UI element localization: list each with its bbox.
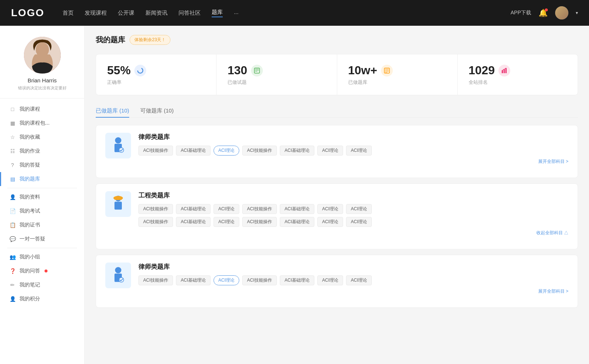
tag-lawyer-1-6[interactable]: ACI理论: [346, 146, 372, 156]
profile-name: Brian Harris: [7, 77, 77, 83]
tag-lawyer-1-2[interactable]: ACI理论: [214, 146, 239, 156]
sidebar-item-label: 我的资料: [20, 194, 40, 200]
tag-lawyer-1-1[interactable]: ACI基础理论: [176, 146, 211, 156]
sidebar-item-questions[interactable]: ❓ 我的问答: [0, 264, 84, 278]
stat-top-ranking: 1029: [469, 64, 567, 77]
sidebar-item-question-bank[interactable]: ▤ 我的题库: [0, 172, 84, 186]
tag-eng2-0[interactable]: ACI技能操作: [138, 217, 173, 227]
certificates-icon: 📋: [9, 222, 16, 228]
tag-eng2-3[interactable]: ACI技能操作: [242, 217, 277, 227]
tag-lawyer-1-3[interactable]: ACI技能操作: [242, 146, 277, 156]
svg-rect-4: [254, 68, 260, 73]
favorites-icon: ☆: [9, 134, 16, 140]
sidebar-item-groups[interactable]: 👥 我的小组: [0, 250, 84, 264]
bank-title-lawyer-2: 律师类题库: [138, 263, 568, 271]
user-avatar-nav[interactable]: [555, 6, 568, 19]
tag-eng-5[interactable]: ACI理论: [317, 204, 343, 214]
bank-title-engineer: 工程类题库: [138, 191, 568, 200]
nav-home[interactable]: 首页: [63, 10, 74, 17]
tag-eng2-6[interactable]: ACI理论: [346, 217, 372, 227]
stat-icon-questions-done: [251, 65, 263, 76]
profile-icon: 👤: [9, 194, 16, 200]
tab-available-banks[interactable]: 可做题库 (10): [140, 104, 174, 117]
svg-rect-17: [117, 196, 120, 198]
bank-icon-engineer: [105, 191, 131, 217]
tag-row-lawyer-1: ACI技能操作 ACI基础理论 ACI理论 ACI技能操作 ACI基础理论 AC…: [138, 146, 568, 156]
tag-eng-0[interactable]: ACI技能操作: [138, 204, 173, 214]
svg-point-9: [115, 137, 121, 143]
nav-qa[interactable]: 问答社区: [179, 10, 201, 17]
sidebar-profile: Brian Harris 错误的决定比没有决定要好: [0, 37, 84, 99]
bank-card-lawyer-2: 律师类题库 ACI技能操作 ACI基础理论 ACI理论 ACI技能操作 ACI基…: [96, 255, 578, 308]
tag-eng2-1[interactable]: ACI基础理论: [176, 217, 211, 227]
bank-card-header-engineer: 工程类题库 ACI技能操作 ACI基础理论 ACI理论 ACI技能操作 ACI基…: [105, 191, 568, 236]
sidebar-item-course-packages[interactable]: ▦ 我的课程包...: [0, 116, 84, 130]
profile-motto: 错误的决定比没有决定要好: [7, 85, 77, 91]
tag-lawyer2-4[interactable]: ACI基础理论: [280, 275, 314, 285]
course-packages-icon: ▦: [9, 120, 16, 126]
notification-bell-icon[interactable]: 🔔: [539, 8, 548, 17]
sidebar-item-label: 我的题库: [20, 176, 40, 182]
nav-discover[interactable]: 发现课程: [85, 10, 107, 17]
page-title: 我的题库: [96, 35, 125, 45]
svg-rect-16: [114, 199, 122, 200]
sidebar-item-favorites[interactable]: ☆ 我的收藏: [0, 130, 84, 144]
avatar: [24, 37, 61, 74]
stat-top-banks-done: 10w+: [348, 64, 446, 77]
expand-lawyer-1[interactable]: 展开全部科目 >: [138, 158, 568, 165]
stat-value-banks-done: 10w+: [348, 64, 377, 77]
tag-eng-2[interactable]: ACI理论: [214, 204, 239, 214]
tag-lawyer2-2[interactable]: ACI理论: [214, 275, 239, 285]
page-header: 我的题库 体验剩余23天！: [96, 35, 578, 45]
tag-eng2-5[interactable]: ACI理论: [317, 217, 343, 227]
sidebar-item-label: 我的课程: [20, 106, 40, 113]
bank-card-header-lawyer-1: 律师类题库 ACI技能操作 ACI基础理论 ACI理论 ACI技能操作 ACI基…: [105, 133, 568, 165]
nav-opencourse[interactable]: 公开课: [118, 10, 134, 17]
nav-news[interactable]: 新闻资讯: [145, 10, 167, 17]
sidebar-item-label: 我的小组: [20, 254, 40, 260]
exams-icon: 📄: [9, 208, 16, 214]
sidebar-item-notes[interactable]: ✏ 我的笔记: [0, 278, 84, 292]
tag-eng-6[interactable]: ACI理论: [346, 204, 372, 214]
questions-icon: ❓: [9, 268, 16, 274]
tag-eng-3[interactable]: ACI技能操作: [242, 204, 277, 214]
sidebar-item-profile[interactable]: 👤 我的资料: [0, 190, 84, 204]
sidebar-item-exams[interactable]: 📄 我的考试: [0, 204, 84, 218]
tag-eng-1[interactable]: ACI基础理论: [176, 204, 211, 214]
nav-question-bank[interactable]: 题库: [212, 9, 223, 17]
sidebar-item-tutor[interactable]: 💬 一对一答疑: [0, 232, 84, 246]
nav-more[interactable]: ···: [234, 10, 239, 16]
user-menu-chevron-icon[interactable]: ▾: [576, 10, 578, 15]
tag-lawyer2-6[interactable]: ACI理论: [346, 275, 372, 285]
tag-lawyer-1-0[interactable]: ACI技能操作: [138, 146, 173, 156]
points-icon: 👤: [9, 296, 16, 302]
navbar-right: APP下载 🔔 ▾: [511, 6, 578, 19]
tag-lawyer2-0[interactable]: ACI技能操作: [138, 275, 173, 285]
tag-eng-4[interactable]: ACI基础理论: [280, 204, 314, 214]
collapse-engineer[interactable]: 收起全部科目 △: [138, 230, 568, 236]
tab-done-banks[interactable]: 已做题库 (10): [96, 104, 129, 117]
app-download-link[interactable]: APP下载: [511, 10, 531, 16]
sidebar-item-certificates[interactable]: 📋 我的证书: [0, 218, 84, 232]
sidebar-item-answers[interactable]: ? 我的答疑: [0, 158, 84, 172]
tag-eng2-4[interactable]: ACI基础理论: [280, 217, 314, 227]
sidebar-item-points[interactable]: 👤 我的积分: [0, 292, 84, 306]
sidebar-item-label: 我的证书: [20, 222, 40, 228]
sidebar-item-label: 我的课程包...: [20, 120, 50, 126]
tag-eng2-2[interactable]: ACI理论: [214, 217, 239, 227]
bank-title-lawyer-1: 律师类题库: [138, 133, 568, 141]
tag-lawyer2-3[interactable]: ACI技能操作: [242, 275, 277, 285]
tag-lawyer-1-5[interactable]: ACI理论: [317, 146, 343, 156]
tag-lawyer-1-4[interactable]: ACI基础理论: [280, 146, 314, 156]
homework-icon: ☷: [9, 148, 16, 154]
stat-label-accuracy: 正确率: [107, 79, 205, 86]
expand-lawyer-2[interactable]: 展开全部科目 >: [138, 288, 568, 295]
tag-lawyer2-5[interactable]: ACI理论: [317, 275, 343, 285]
tag-lawyer2-1[interactable]: ACI基础理论: [176, 275, 211, 285]
menu-divider-2: [7, 248, 77, 248]
sidebar-item-homework[interactable]: ☷ 我的作业: [0, 144, 84, 158]
tutor-icon: 💬: [9, 236, 16, 242]
svg-rect-7: [504, 69, 505, 73]
sidebar-item-courses[interactable]: □ 我的课程: [0, 102, 84, 116]
groups-icon: 👥: [9, 254, 16, 260]
